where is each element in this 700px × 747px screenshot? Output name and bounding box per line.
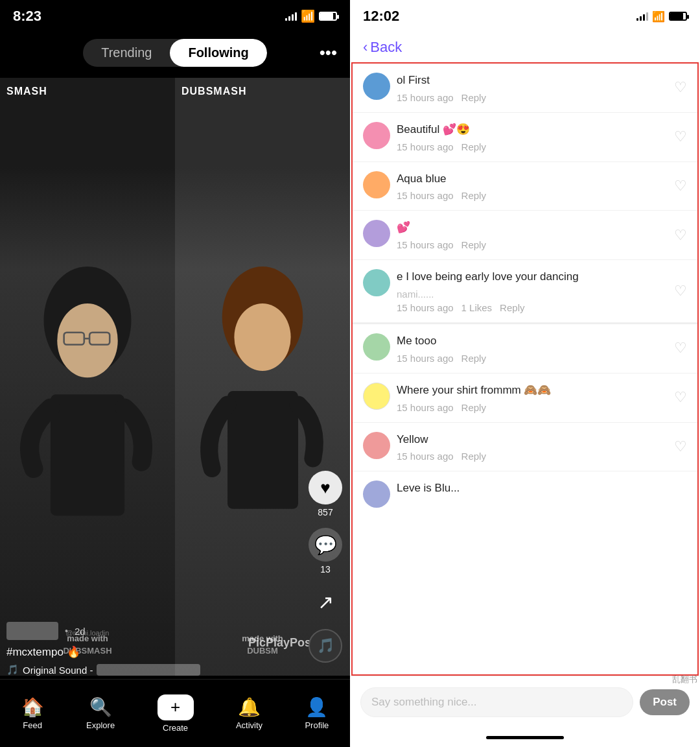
comment-body-6: Me tooo 15 hours ago Reply: [397, 333, 668, 364]
svg-rect-5: [51, 395, 124, 516]
like-count: 857: [318, 507, 332, 517]
music-icon: 🎵: [309, 629, 342, 663]
right-signal-icon: [636, 12, 648, 21]
comment-meta-4: 15 hours ago Reply: [397, 239, 668, 250]
heart-button-5[interactable]: ♡: [674, 283, 687, 300]
heart-button-6[interactable]: ♡: [674, 340, 687, 357]
reply-button-3[interactable]: Reply: [461, 190, 486, 201]
comment-text-1: ol First: [397, 73, 668, 88]
right-status-bar: 12:02 📶: [350, 0, 700, 32]
nav-explore-label: Explore: [86, 720, 115, 730]
avatar-4: [363, 220, 390, 247]
right-panel: 12:02 📶 ‹ Back ol First: [350, 0, 700, 747]
avatar-8: [363, 432, 390, 459]
comment-body-9: Leve is Blu...: [397, 480, 687, 500]
comment-text-7: Where your shirt frommm 🙈🙈: [397, 383, 668, 398]
search-icon: 🔍: [89, 696, 112, 718]
comment-text-2: Beautiful 💕😍: [397, 122, 668, 137]
comment-item-3: Aqua blue 15 hours ago Reply ♡: [353, 162, 697, 211]
back-row[interactable]: ‹ Back: [350, 32, 700, 62]
comment-input-field[interactable]: Say something nice...: [360, 687, 633, 717]
signal-icon: [285, 12, 297, 21]
post-time: 2d: [75, 626, 86, 637]
comment-icon: 💬: [309, 528, 342, 562]
post-button[interactable]: Post: [640, 689, 690, 715]
nav-explore[interactable]: 🔍 Explore: [86, 696, 115, 730]
avatar-9: [363, 480, 390, 508]
following-tab[interactable]: Following: [170, 39, 266, 67]
avatar-5: [363, 269, 390, 296]
comment-text-6: Me tooo: [397, 333, 668, 349]
reply-button-2[interactable]: Reply: [461, 141, 486, 152]
reply-button-1[interactable]: Reply: [461, 92, 486, 103]
right-status-icons: 📶: [636, 10, 687, 23]
video-left-label: SMASH: [6, 86, 47, 97]
nav-create[interactable]: + Create: [158, 694, 194, 733]
nav-feed[interactable]: 🏠 Feed: [21, 696, 44, 730]
comment-item-2: Beautiful 💕😍 15 hours ago Reply ♡: [353, 113, 697, 162]
avatar-3: [363, 171, 390, 198]
right-battery-icon: [669, 12, 687, 21]
heart-button-2[interactable]: ♡: [674, 128, 687, 145]
video-right-label: DUBSMASH: [181, 86, 246, 97]
reply-button-4[interactable]: Reply: [461, 239, 486, 250]
music-disc[interactable]: 🎵: [309, 629, 342, 663]
avatar-2: [363, 122, 390, 149]
trending-tab[interactable]: Trending: [83, 39, 170, 67]
dot-sep: •: [65, 626, 68, 636]
video-info: • 2d #mcxtempo 🔥 🎵 Original Sound -: [6, 622, 305, 676]
reply-button-7[interactable]: Reply: [461, 402, 486, 413]
comments-list: ol First 15 hours ago Reply ♡ Beautiful …: [351, 62, 699, 676]
reply-button-6[interactable]: Reply: [461, 353, 486, 364]
left-panel: 8:23 📶 Trending Following ••• SMASH: [0, 0, 350, 747]
nav-pill[interactable]: Trending Following: [83, 39, 267, 67]
home-icon: 🏠: [21, 696, 44, 718]
comment-body-2: Beautiful 💕😍 15 hours ago Reply: [397, 122, 668, 152]
user-row: • 2d: [6, 622, 305, 640]
nav-profile[interactable]: 👤 Profile: [305, 696, 329, 730]
comment-body-8: Yellow 15 hours ago Reply: [397, 432, 668, 462]
music-row: 🎵 Original Sound -: [6, 664, 305, 676]
comment-likes-5: 1 Likes: [461, 302, 493, 313]
svg-point-7: [234, 303, 290, 371]
comment-meta-1: 15 hours ago Reply: [397, 92, 668, 103]
home-indicator: [350, 728, 700, 747]
nav-profile-label: Profile: [305, 720, 329, 730]
username-blur: [6, 622, 58, 640]
nav-activity[interactable]: 🔔 Activity: [236, 696, 262, 730]
comment-text-4: 💕: [397, 220, 668, 235]
comment-meta-6: 15 hours ago Reply: [397, 353, 668, 364]
heart-button-1[interactable]: ♡: [674, 79, 687, 96]
more-options-button[interactable]: •••: [320, 43, 337, 63]
video-left[interactable]: SMASH: [0, 78, 175, 676]
comment-text-9: Leve is Blu...: [397, 480, 687, 496]
reply-button-8[interactable]: Reply: [461, 451, 486, 462]
left-time: 8:23: [13, 8, 41, 25]
like-button[interactable]: ♥ 857: [309, 471, 342, 517]
nav-create-label: Create: [163, 723, 188, 733]
heart-button-3[interactable]: ♡: [674, 178, 687, 195]
wifi-icon: 📶: [301, 9, 315, 23]
avatar-6: [363, 333, 390, 361]
comment-meta-8: 15 hours ago Reply: [397, 451, 668, 462]
top-nav: Trending Following •••: [0, 32, 350, 73]
comment-input-row: Say something nice... Post: [350, 676, 700, 728]
comment-time-5: 15 hours ago: [397, 302, 454, 313]
back-button[interactable]: Back: [370, 39, 402, 56]
music-label: Original Sound -: [23, 665, 93, 676]
comment-body-7: Where your shirt frommm 🙈🙈 15 hours ago …: [397, 383, 668, 413]
comment-time-6: 15 hours ago: [397, 353, 454, 364]
comment-time-7: 15 hours ago: [397, 402, 454, 413]
heart-button-8[interactable]: ♡: [674, 438, 687, 455]
heart-button-7[interactable]: ♡: [674, 389, 687, 406]
share-button[interactable]: ↗: [309, 585, 342, 619]
comment-button[interactable]: 💬 13: [309, 528, 342, 575]
reply-button-5[interactable]: Reply: [500, 302, 524, 313]
share-icon: ↗: [309, 585, 342, 619]
comment-time-2: 15 hours ago: [397, 141, 454, 152]
nav-activity-label: Activity: [236, 720, 262, 730]
comment-item-1: ol First 15 hours ago Reply ♡: [353, 64, 697, 113]
home-bar: [486, 736, 564, 739]
comment-text-5: e I love being early love your dancing: [397, 269, 668, 285]
heart-button-4[interactable]: ♡: [674, 227, 687, 244]
